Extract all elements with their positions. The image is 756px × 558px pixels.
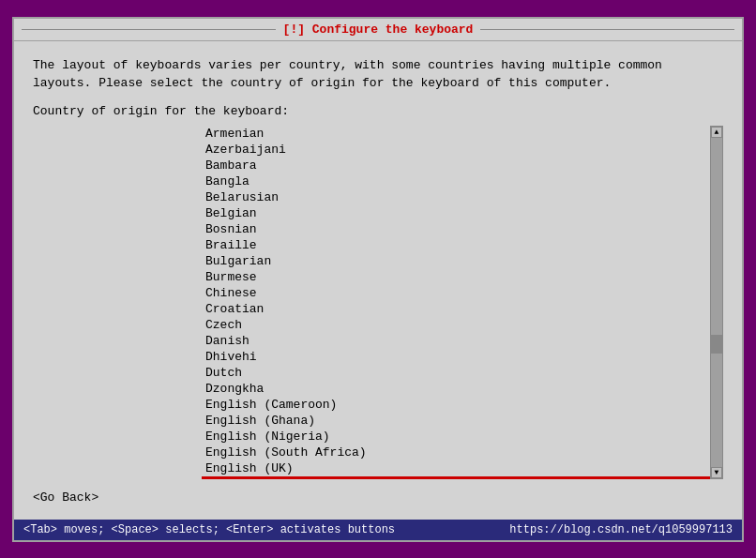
list-item[interactable]: Chinese [202, 285, 710, 301]
scrollbar[interactable]: ▲ ▼ [710, 126, 723, 479]
go-back-button[interactable]: <Go Back> [33, 490, 723, 505]
main-content: The layout of keyboards varies per count… [14, 41, 742, 520]
list-item[interactable]: Croatian [202, 301, 710, 317]
list-item[interactable]: Braille [202, 237, 710, 253]
list-area: ArmenianAzerbaijaniBambaraBanglaBelarusi… [202, 126, 723, 479]
list-container: ArmenianAzerbaijaniBambaraBanglaBelarusi… [202, 126, 723, 479]
list-item[interactable]: Bulgarian [202, 253, 710, 269]
list-item[interactable]: Bangla [202, 173, 710, 189]
list-item[interactable]: Czech [202, 317, 710, 333]
list-item[interactable]: Belgian [202, 205, 710, 221]
status-bar: <Tab> moves; <Space> selects; <Enter> ac… [14, 520, 742, 540]
scroll-up-arrow[interactable]: ▲ [711, 127, 722, 138]
list-item[interactable]: Belarusian [202, 189, 710, 205]
scroll-track [711, 138, 722, 467]
window-title: [!] Configure the keyboard [276, 23, 481, 37]
country-list[interactable]: ArmenianAzerbaijaniBambaraBanglaBelarusi… [202, 126, 710, 479]
scroll-thumb[interactable] [711, 335, 722, 354]
list-item[interactable]: Dzongkha [202, 381, 710, 397]
status-url: https://blog.csdn.net/q1059997113 [509, 523, 733, 536]
list-item[interactable]: Bambara [202, 158, 710, 173]
configure-keyboard-window: [!] Configure the keyboard The layout of… [12, 17, 744, 542]
list-item[interactable]: English (Nigeria) [202, 429, 710, 445]
list-item[interactable]: Dhivehi [202, 349, 710, 365]
list-item[interactable]: Armenian [202, 126, 710, 142]
title-bar: [!] Configure the keyboard [14, 19, 742, 41]
list-item[interactable]: Dutch [202, 365, 710, 381]
list-item[interactable]: Azerbaijani [202, 142, 710, 158]
list-item[interactable]: English (South Africa) [202, 445, 710, 460]
status-hint: <Tab> moves; <Space> selects; <Enter> ac… [23, 523, 395, 536]
list-item[interactable]: English (Ghana) [202, 413, 710, 429]
list-item[interactable]: Bosnian [202, 221, 710, 237]
list-item[interactable]: Danish [202, 333, 710, 349]
list-item[interactable]: English (Cameroon) [202, 397, 710, 413]
description-line1: The layout of keyboards varies per count… [33, 58, 662, 72]
scroll-down-arrow[interactable]: ▼ [711, 467, 722, 478]
list-item[interactable]: English (UK) [202, 460, 710, 476]
country-label: Country of origin for the keyboard: [33, 104, 723, 118]
list-item[interactable]: English (US) [202, 476, 710, 479]
description: The layout of keyboards varies per count… [33, 56, 723, 93]
description-line2: layouts. Please select the country of or… [33, 76, 611, 90]
list-item[interactable]: Burmese [202, 269, 710, 285]
